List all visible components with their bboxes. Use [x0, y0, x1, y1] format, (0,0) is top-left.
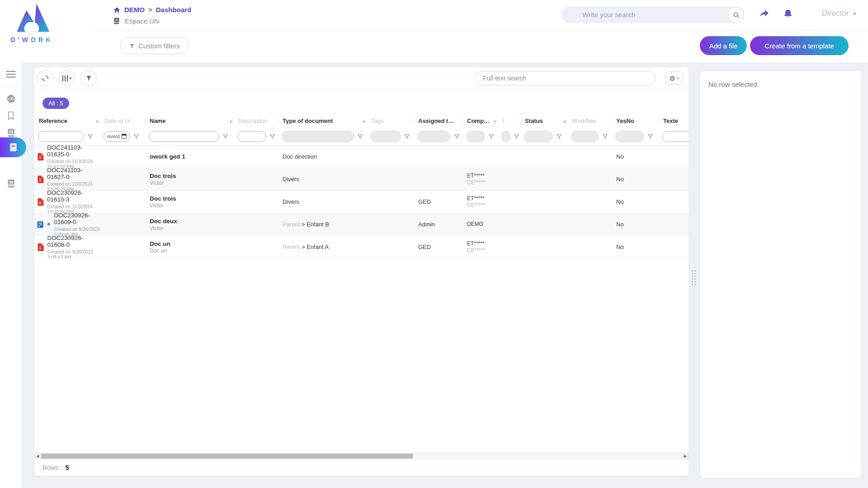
all-count-badge[interactable]: All : 5 [42, 98, 69, 109]
column-header-texte[interactable]: Texte [659, 117, 689, 125]
column-header-reference[interactable]: Reference▸ [34, 117, 100, 125]
create-from-template-button[interactable]: Create from a template [750, 36, 849, 55]
funnel-icon[interactable] [222, 134, 228, 139]
doc-name: Doc trois [150, 195, 234, 202]
column-header-tags[interactable]: Tags [367, 117, 414, 125]
funnel-icon[interactable] [87, 134, 93, 139]
sidebar [0, 62, 22, 488]
custom-filters-button[interactable]: Custom filters [120, 37, 189, 54]
refresh-button[interactable] [37, 70, 53, 86]
table-row[interactable]: DOC241103-01635-0 Created on 11/3/2024 1… [34, 145, 689, 168]
funnel-icon[interactable] [133, 134, 139, 139]
book-icon [7, 179, 15, 188]
global-search-input[interactable] [582, 7, 722, 22]
doc-reference: DOC230926-01608-0 [47, 236, 100, 248]
add-file-button[interactable]: Add a file [700, 36, 747, 55]
column-header-description[interactable]: Description [234, 117, 278, 125]
space-row: Espace UN [113, 17, 159, 25]
custom-filters-label: Custom filters [138, 42, 180, 50]
sidebar-item-dashboard[interactable] [0, 90, 22, 107]
doc-name-sub: Victor [150, 225, 234, 231]
funnel-icon[interactable] [514, 134, 519, 139]
home-icon [113, 6, 121, 14]
column-header-name[interactable]: Name▸ [145, 117, 234, 125]
filter-input-name[interactable] [149, 131, 219, 142]
table-row[interactable]: DOC241103-01627-0 Created on 11/3/2024 1… [34, 168, 689, 191]
doc-reference: DOC230926-01610-3 [47, 191, 100, 203]
sort-arrow-icon[interactable]: ▸ [230, 117, 233, 125]
sort-arrow-icon[interactable]: ▸ [494, 117, 497, 125]
panel-resize-handle[interactable] [692, 270, 697, 285]
table-toolbar: ▾ ⚙ ▾ [34, 67, 689, 89]
funnel-icon[interactable] [488, 134, 494, 139]
hamburger-menu-icon [6, 71, 16, 78]
funnel-icon[interactable] [556, 134, 562, 139]
sort-arrow-icon[interactable]: ▸ [363, 117, 366, 125]
book-icon [7, 128, 15, 137]
sidebar-item-archives[interactable] [0, 175, 22, 192]
filter-input-reference[interactable] [38, 131, 84, 142]
sort-arrow-icon[interactable]: ▸ [96, 117, 99, 125]
table-row[interactable]: DOC230926-01608-0 Created on 9/26/2023 3… [34, 236, 689, 258]
create-from-template-label: Create from a template [764, 42, 834, 50]
table-empty-area [34, 258, 689, 453]
breadcrumb-current[interactable]: Dashboard [156, 6, 191, 14]
filters-button[interactable] [80, 70, 97, 86]
sidebar-menu-toggle[interactable] [0, 66, 22, 83]
bookmark-icon [7, 111, 15, 120]
share-button[interactable] [759, 8, 770, 19]
column-header-i[interactable]: I… [498, 117, 520, 125]
doc-name-sub: Victor [150, 180, 234, 186]
horizontal-scrollbar[interactable]: ◀ ▶ [34, 453, 689, 459]
doc-created: Created on 9/26/2023 3:08:43 AM [47, 249, 100, 258]
filter-input-description[interactable] [237, 131, 266, 142]
funnel-icon[interactable] [269, 134, 275, 139]
column-header-type[interactable]: Type of document▸ [278, 117, 367, 125]
filter-disabled-i [501, 131, 510, 142]
filter-date-created[interactable]: mm/d [104, 131, 130, 142]
funnel-icon[interactable] [647, 134, 653, 139]
column-header-assigned[interactable]: Assigned t… [414, 117, 462, 125]
column-header-yesno[interactable]: YesNo [612, 117, 659, 125]
breadcrumb-separator: > [148, 6, 152, 14]
funnel-icon[interactable] [602, 134, 608, 139]
sort-arrow-icon[interactable]: ▸ [564, 117, 566, 125]
funnel-icon[interactable] [454, 134, 460, 139]
doc-name-sub: Victor [150, 202, 234, 209]
columns-button[interactable]: ▾ [59, 70, 75, 86]
funnel-icon[interactable] [357, 134, 363, 139]
table-row[interactable]: DOC230926-01610-3 Created on 11/3/2024 1… [34, 191, 689, 213]
fulltext-search-input[interactable] [475, 71, 656, 85]
filter-disabled-yesno [615, 131, 644, 142]
doc-yesno: No [616, 244, 659, 250]
search-submit-button[interactable] [728, 7, 744, 23]
doc-yesno: No [616, 153, 659, 160]
breadcrumb-root[interactable]: DEMO [124, 6, 145, 14]
funnel-icon[interactable] [404, 134, 410, 139]
scroll-left-arrow-icon[interactable]: ◀ [34, 453, 41, 459]
doc-created: Created on 9/26/2023 3:09:45 AM [54, 226, 100, 236]
global-search [561, 7, 744, 23]
sidebar-item-bookmarks[interactable] [0, 107, 22, 124]
column-header-company[interactable]: Comp…▸ [462, 117, 498, 125]
columns-icon: ▾ [62, 75, 72, 81]
no-row-selected-text: No row selected [708, 80, 853, 88]
table-settings-button[interactable]: ⚙ ▾ [665, 71, 683, 85]
doc-type: Divers [283, 198, 299, 205]
scroll-right-arrow-icon[interactable]: ▶ [682, 453, 689, 459]
column-header-workflow[interactable]: Workflow [567, 117, 612, 125]
share-arrow-icon [759, 9, 770, 19]
user-role-dropdown[interactable]: Director ▾ [822, 9, 856, 18]
sidebar-item-ged-active[interactable] [0, 137, 26, 157]
scrollbar-thumb[interactable] [41, 454, 413, 459]
column-header-date[interactable]: Date of cr… [100, 117, 145, 125]
notifications-button[interactable] [782, 8, 794, 19]
doc-name: Doc trois [150, 173, 234, 179]
table-row[interactable]: w DOC230926-01609-0 Created on 9/26/2023… [34, 213, 689, 236]
column-header-status[interactable]: Status▸ [520, 117, 567, 125]
pdf-file-icon [37, 151, 44, 163]
doc-assigned: GED [418, 198, 462, 205]
filter-input-texte[interactable] [662, 131, 689, 142]
search-icon [733, 12, 740, 19]
filter-icon [129, 43, 135, 49]
